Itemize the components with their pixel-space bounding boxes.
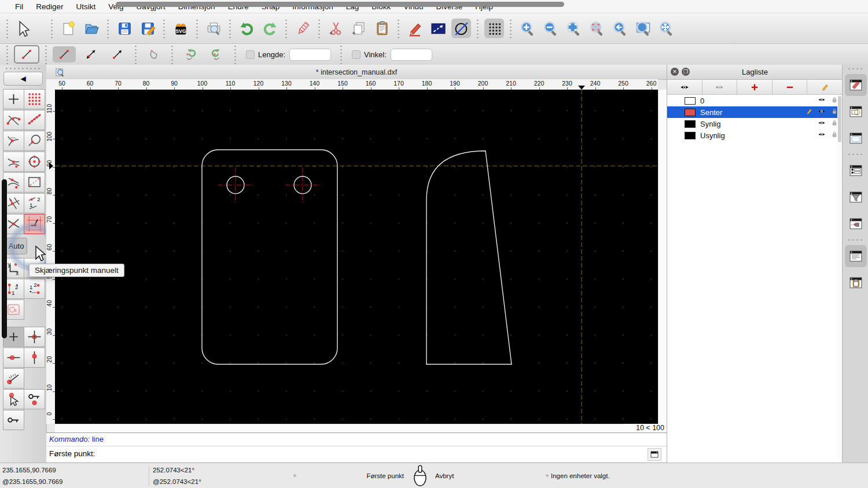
horizontal-scrollbar[interactable] [55,424,658,433]
snap-grid-button[interactable] [24,89,45,109]
dock-clipboard-button[interactable] [845,272,867,294]
rel-points-21-button[interactable]: 12 [24,279,45,299]
svg-export-button[interactable]: SVG [171,19,190,38]
print-preview-button[interactable] [204,19,223,38]
menu-fil[interactable]: Fil [9,2,30,11]
circle-slash-button[interactable] [451,19,471,38]
command-input-line[interactable]: Første punkt: [46,446,667,461]
snap-circle-button[interactable] [24,131,45,151]
close-icon[interactable]: ✕ [671,68,679,76]
layer-visibility-icon[interactable] [817,119,826,129]
line-both-arrows-button[interactable] [79,46,102,62]
select-point-button[interactable] [3,389,24,409]
snap-free-button[interactable] [3,89,24,109]
layer-panel-scrollbar[interactable] [837,95,842,459]
vertical-scrollbar-thumb[interactable] [2,179,7,338]
hruler-number: 220 [529,80,549,87]
undo-button[interactable] [237,19,256,38]
undo-segment-button[interactable] [179,46,202,62]
snap-middle-button[interactable] [3,151,24,172]
length-input[interactable] [289,49,331,61]
back-button[interactable]: ◀ [3,72,43,86]
polyline-button[interactable] [142,46,165,62]
layer-edit-icon[interactable] [804,107,814,117]
red-pencil-button[interactable] [405,19,425,38]
zoom-window-button[interactable] [633,19,653,38]
key-point-button[interactable] [24,389,45,409]
menu-utsikt[interactable]: Utsikt [70,2,102,11]
zoom-out-button[interactable] [540,19,560,38]
open-folder-button[interactable] [82,19,101,38]
zoom-previous-button[interactable] [610,19,630,38]
toolbar-drag-handle[interactable] [5,66,42,71]
snap-distance-12-button[interactable]: 21 [24,193,45,213]
remove-layer-button[interactable] [773,80,808,94]
redo-button[interactable] [260,19,279,38]
status-bar: 235.1655,90.7669 @235.1655,90.7669 252.0… [0,463,868,488]
line-tool-selected-button[interactable] [14,45,39,64]
dock-library-button[interactable] [845,127,867,149]
drawing-canvas[interactable] [55,90,658,424]
snap-on-entity-button[interactable] [24,110,45,130]
rounded-rectangle-entity[interactable] [202,150,337,364]
cut-button[interactable] [326,19,345,38]
pan-button[interactable] [656,19,676,38]
toolbar-handle[interactable] [5,45,9,64]
crosshair-point-button[interactable] [24,327,45,347]
zoom-in-button[interactable] [517,19,537,38]
line-attributes-button[interactable] [428,19,448,38]
hruler-number: 60 [80,80,100,87]
layer-row-senter[interactable]: Senter [667,106,843,118]
zoom-auto-button[interactable] [564,19,583,38]
angle-point-button[interactable] [3,368,24,389]
layer-row-usynlig[interactable]: Usynlig [667,130,843,141]
redo-segment-button[interactable] [205,46,229,62]
paste-button[interactable] [372,19,392,38]
snap-endpoint-button[interactable] [3,110,24,130]
menu-rediger[interactable]: Rediger [30,2,69,11]
command-detach-button[interactable] [648,448,661,461]
document-title[interactable]: * intersection_manual.dxf [46,68,667,76]
grid-button[interactable] [484,19,504,38]
dock-horn-button[interactable] [845,213,867,235]
add-layer-button[interactable] [737,80,773,94]
delete-button[interactable] [293,19,312,38]
angle-checkbox[interactable] [352,50,361,59]
key-plain-button[interactable] [3,410,24,430]
save-as-button[interactable] [138,19,157,38]
snap-center-button[interactable] [3,131,24,151]
snap-intersection-manual-button[interactable] [24,214,45,234]
new-document-button[interactable] [58,19,78,38]
eye-button[interactable] [667,80,703,94]
toolbar-handle[interactable] [5,19,9,38]
eye-faded-button[interactable] [703,80,738,94]
copy-button[interactable] [349,19,369,38]
sail-shape-entity[interactable] [426,151,512,364]
save-button[interactable] [115,19,134,38]
horizontal-point-button[interactable] [3,347,24,368]
edit-layer-button[interactable] [807,80,843,94]
line-arrow-button[interactable] [106,46,129,62]
horizontal-scrollbar-thumb[interactable] [116,2,564,7]
vertical-scrollbar[interactable] [658,90,667,424]
dock-filter-button[interactable] [845,186,867,208]
dock-command-button[interactable] [845,245,867,267]
layer-visibility-icon[interactable] [817,95,826,106]
restore-icon[interactable]: ❐ [682,68,690,76]
dock-drag-handle[interactable] [847,67,865,71]
length-checkbox[interactable] [246,50,255,59]
dock-layer-list-button[interactable] [845,160,867,182]
layer-row-synlig[interactable]: Synlig [667,118,843,130]
angle-input[interactable] [391,49,432,61]
dock-pen-button[interactable] [845,74,867,96]
snap-restrict-rect-button[interactable] [24,172,45,193]
vertical-point-button[interactable] [24,347,45,368]
zoom-selection-button[interactable] [587,19,606,38]
layer-visibility-icon[interactable] [817,130,826,141]
line-two-points-button[interactable] [53,46,76,62]
dock-blocks-button[interactable] [845,101,867,123]
cursor-button[interactable] [14,19,34,38]
layer-visibility-icon[interactable] [817,107,826,117]
layer-row-0[interactable]: 0 [667,95,843,106]
snap-center-point-button[interactable] [24,151,45,172]
